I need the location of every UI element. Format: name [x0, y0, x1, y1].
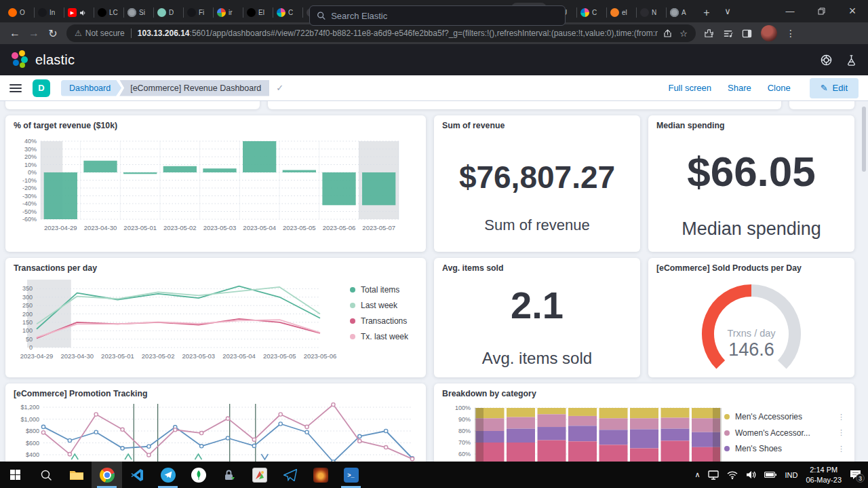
legend-item[interactable]: Transactions	[350, 316, 408, 326]
browser-tab[interactable]: ▶	[64, 3, 94, 22]
svg-text:150: 150	[22, 319, 33, 326]
legend-item[interactable]: Last week	[350, 301, 408, 310]
paper-plane-icon	[283, 469, 297, 481]
snipping-tool-taskbar-button[interactable]	[244, 462, 275, 488]
start-button[interactable]	[0, 462, 31, 488]
forward-button[interactable]: →	[24, 24, 43, 43]
breadcrumb-dashboard[interactable]: Dashboard	[61, 80, 121, 96]
clock[interactable]: 2:14 PM 06-May-23	[806, 465, 842, 485]
svg-text:2023-04-30: 2023-04-30	[60, 352, 94, 360]
powershell-taskbar-button[interactable]: >_	[336, 462, 366, 488]
telegram-desktop-taskbar-button[interactable]	[275, 462, 305, 488]
legend-color-dot	[724, 446, 730, 451]
windows-taskbar: >_ ∧ IND 2:14 PM 06-May-23 3	[0, 462, 868, 488]
legend-actions-icon[interactable]: ⋮	[837, 413, 845, 421]
volume-icon[interactable]	[746, 470, 756, 479]
clone-link[interactable]: Clone	[768, 83, 791, 93]
panel-title: Sum of revenue	[442, 121, 632, 130]
tray-chevron-up-icon[interactable]: ∧	[694, 470, 700, 479]
breakdown-stacked-bar-chart[interactable]: 100%90%80%70%60%	[442, 402, 734, 462]
legend-item[interactable]: Men's Shoes⋮	[724, 444, 845, 453]
panel-partial	[5, 101, 260, 109]
promotion-tracking-line-chart[interactable]: $1,200$1,000$800$600$400	[14, 402, 418, 462]
browser-tab[interactable]: LC	[94, 3, 123, 22]
extensions-puzzle-icon[interactable]	[704, 29, 714, 39]
media-controls-icon[interactable]	[723, 29, 733, 39]
panel-sold-products-gauge: [eCommerce] Sold Products per Day Trxns …	[648, 258, 854, 377]
global-search[interactable]	[309, 5, 566, 26]
browser-tab[interactable]: N	[636, 3, 666, 22]
elastic-logo[interactable]	[11, 50, 30, 69]
browser-tab[interactable]: El	[243, 3, 273, 22]
browser-tab[interactable]: ir	[213, 3, 243, 22]
dashboard-scrollbar-thumb[interactable]	[862, 107, 866, 172]
dev-tools-icon[interactable]	[846, 54, 857, 66]
address-host: 103.13.206.14	[138, 29, 190, 38]
legend-actions-icon[interactable]: ⋮	[837, 445, 845, 453]
vscode-taskbar-button[interactable]	[122, 462, 153, 488]
browser-tab[interactable]: In	[34, 3, 64, 22]
legend-item[interactable]: Tx. last week	[350, 332, 408, 341]
legend-actions-icon[interactable]: ⋮	[837, 428, 845, 437]
share-icon[interactable]	[663, 29, 673, 38]
svg-text:250: 250	[22, 302, 33, 309]
edit-button[interactable]: ✎ Edit	[810, 78, 859, 98]
bookmark-star-icon[interactable]: ☆	[679, 29, 688, 39]
display-icon[interactable]	[708, 470, 719, 480]
mongodb-icon	[191, 468, 206, 483]
browser-tab[interactable]: O	[4, 3, 34, 22]
svg-text:2023-05-04: 2023-05-04	[222, 352, 256, 360]
profile-avatar[interactable]	[761, 25, 777, 41]
svg-text:2023-05-03: 2023-05-03	[182, 352, 216, 360]
mongodb-taskbar-button[interactable]	[183, 462, 214, 488]
browser-menu-kebab-icon[interactable]: ⋮	[786, 28, 795, 39]
browser-tab[interactable]: el	[606, 3, 636, 22]
maximize-button[interactable]	[806, 0, 837, 22]
battery-icon[interactable]	[764, 471, 776, 478]
svg-text:$400: $400	[26, 451, 39, 458]
svg-text:2023-05-06: 2023-05-06	[323, 224, 356, 231]
target-revenue-bar-chart[interactable]: 40%30%20%10%0%-10%-20%-30%-40%-50%-60%20…	[14, 132, 418, 238]
menu-hamburger-icon[interactable]	[9, 84, 22, 92]
svg-text:350: 350	[22, 285, 33, 292]
help-icon[interactable]	[821, 54, 832, 66]
tab-audio-icon[interactable]	[79, 10, 86, 16]
chrome-taskbar-button[interactable]	[92, 462, 122, 488]
sold-products-gauge-chart[interactable]: Trxns / day146.6	[656, 273, 846, 373]
taskbar-search-button[interactable]	[31, 462, 61, 488]
game-taskbar-button[interactable]	[305, 462, 336, 488]
browser-tab[interactable]: A	[666, 3, 696, 22]
browser-tab[interactable]: Si	[123, 3, 153, 22]
browser-tab[interactable]: D	[153, 3, 183, 22]
share-link[interactable]: Share	[728, 83, 751, 93]
transactions-line-chart[interactable]: 0501001502002503003502023-04-292023-04-3…	[14, 276, 339, 367]
legend-item[interactable]: Women's Accessor...⋮	[724, 428, 845, 438]
reload-button[interactable]: ↻	[43, 24, 62, 43]
search-input[interactable]	[331, 11, 558, 21]
legend-item[interactable]: Men's Accessories⋮	[724, 412, 845, 421]
notification-center-button[interactable]: 3	[850, 470, 861, 480]
browser-tab[interactable]: Fi	[183, 3, 213, 22]
side-panel-icon[interactable]	[742, 29, 752, 39]
language-indicator[interactable]: IND	[785, 471, 797, 479]
wifi-icon[interactable]	[727, 471, 738, 479]
svg-text:2023-05-05: 2023-05-05	[263, 352, 296, 360]
legend-color-dot	[350, 334, 355, 339]
telegram-taskbar-button[interactable]	[153, 462, 183, 488]
tab-title: In	[50, 9, 55, 16]
address-bar[interactable]: ⚠ Not secure 103.13.206.14 :5601/app/das…	[66, 24, 696, 42]
file-explorer-button[interactable]	[61, 462, 92, 488]
legend-item[interactable]: Total items	[350, 285, 408, 295]
password-manager-taskbar-button[interactable]	[214, 462, 244, 488]
browser-tab[interactable]: C	[273, 3, 302, 22]
tab-title: El	[258, 9, 264, 16]
panel-title: % of target revenue ($10k)	[14, 121, 418, 130]
full-screen-link[interactable]: Full screen	[668, 83, 711, 93]
tab-search-chevron-icon[interactable]: ∨	[712, 0, 743, 22]
back-button[interactable]: ←	[5, 24, 24, 43]
tab-title: Si	[139, 9, 145, 16]
minimize-button[interactable]: —	[774, 0, 806, 22]
space-badge[interactable]: D	[33, 79, 50, 97]
browser-tab[interactable]: C	[576, 3, 606, 22]
close-button[interactable]: ×	[837, 0, 868, 22]
